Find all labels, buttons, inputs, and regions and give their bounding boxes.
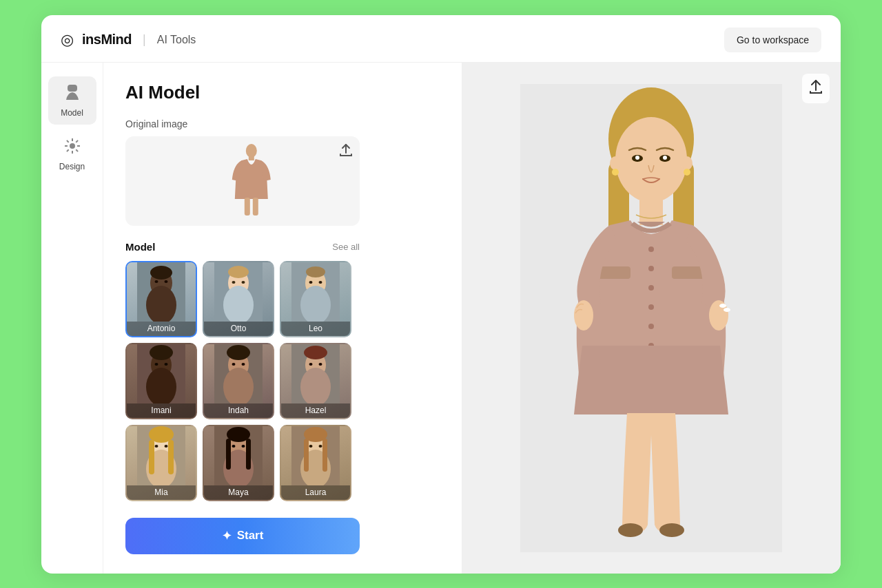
model-card-img-otto — [204, 262, 273, 322]
sidebar: Model Design — [41, 63, 103, 574]
model-card-laura[interactable]: Laura — [280, 425, 351, 501]
model-card-name-mia: Mia — [127, 485, 196, 500]
sidebar-item-model[interactable]: Model — [48, 76, 96, 125]
design-icon — [63, 137, 81, 159]
svg-point-104 — [659, 523, 684, 537]
model-card-name-antonio: Antonio — [127, 322, 196, 336]
start-label: Start — [237, 529, 264, 543]
svg-point-17 — [150, 266, 172, 280]
start-button[interactable]: ✦ Start — [125, 518, 360, 554]
model-card-antonio[interactable]: Antonio — [125, 261, 197, 337]
go-workspace-button[interactable]: Go to workspace — [724, 28, 821, 52]
svg-rect-54 — [149, 440, 154, 474]
model-icon — [63, 83, 81, 105]
svg-point-30 — [309, 281, 313, 284]
svg-point-81 — [681, 156, 693, 170]
sidebar-item-design[interactable]: Design — [48, 130, 96, 178]
svg-line-6 — [66, 140, 68, 142]
model-card-img-leo — [281, 262, 350, 322]
svg-point-18 — [155, 280, 158, 283]
svg-point-65 — [242, 445, 245, 448]
model-grid: Antonio Otto — [125, 261, 360, 501]
app-container: ◎ insMind | AI Tools Go to workspace Mod… — [41, 15, 841, 574]
sidebar-model-label: Model — [61, 108, 83, 118]
model-preview-svg — [520, 84, 782, 552]
see-all-button[interactable]: See all — [332, 242, 360, 252]
model-section-header: Model See all — [125, 241, 360, 253]
model-card-mia[interactable]: Mia — [125, 425, 197, 501]
svg-point-23 — [228, 266, 249, 278]
model-card-maya[interactable]: Maya — [203, 425, 274, 501]
svg-point-73 — [319, 445, 322, 448]
svg-point-57 — [165, 445, 168, 448]
svg-point-47 — [304, 346, 327, 359]
svg-point-35 — [150, 345, 173, 360]
model-card-img-imani — [127, 344, 196, 403]
logo-icon: ◎ — [61, 31, 74, 49]
svg-line-9 — [66, 149, 68, 151]
svg-point-64 — [232, 445, 236, 448]
svg-line-8 — [76, 140, 78, 142]
svg-point-99 — [574, 300, 593, 330]
svg-rect-71 — [322, 439, 327, 472]
svg-point-83 — [684, 169, 690, 176]
model-card-otto[interactable]: Otto — [203, 261, 274, 337]
svg-point-72 — [309, 445, 313, 448]
svg-point-92 — [648, 246, 654, 252]
svg-point-96 — [648, 324, 654, 329]
svg-rect-79 — [639, 198, 663, 225]
svg-rect-55 — [168, 440, 174, 474]
model-card-leo[interactable]: Leo — [280, 261, 351, 337]
svg-point-43 — [242, 363, 245, 366]
original-image-box — [125, 136, 360, 226]
svg-point-95 — [648, 304, 654, 310]
svg-point-80 — [610, 156, 621, 170]
svg-rect-11 — [249, 156, 254, 160]
dress-figure-svg — [229, 144, 274, 218]
svg-point-36 — [155, 363, 158, 366]
header-subtitle: AI Tools — [157, 34, 196, 46]
svg-point-56 — [155, 445, 158, 448]
model-card-name-laura: Laura — [281, 485, 350, 500]
model-card-indah[interactable]: Indah — [203, 343, 274, 419]
preview-upload-button[interactable] — [802, 74, 830, 103]
svg-point-49 — [319, 363, 322, 366]
content-area: AI Model Original image — [103, 63, 462, 574]
svg-point-78 — [615, 117, 687, 202]
svg-point-31 — [319, 281, 322, 284]
svg-point-10 — [246, 144, 257, 158]
model-card-name-hazel: Hazel — [281, 403, 350, 418]
preview-upload-icon — [809, 79, 823, 94]
model-card-name-otto: Otto — [204, 322, 273, 336]
model-card-hazel[interactable]: Hazel — [280, 343, 351, 419]
model-card-imani[interactable]: Imani — [125, 343, 197, 419]
model-card-img-laura — [281, 426, 350, 485]
model-card-img-antonio — [127, 262, 196, 322]
model-card-name-indah: Indah — [204, 403, 273, 418]
sidebar-design-label: Design — [59, 162, 85, 171]
svg-point-29 — [306, 266, 325, 277]
svg-rect-12 — [245, 198, 250, 216]
model-card-img-mia — [127, 426, 196, 485]
svg-point-42 — [232, 363, 236, 366]
svg-point-48 — [309, 363, 313, 366]
header: ◎ insMind | AI Tools Go to workspace — [41, 15, 841, 63]
header-divider: | — [143, 32, 146, 47]
svg-point-86 — [635, 156, 639, 160]
svg-point-93 — [648, 266, 654, 271]
svg-rect-70 — [304, 439, 309, 472]
logo-text: insMind — [82, 32, 132, 48]
page-title: AI Model — [125, 82, 440, 103]
svg-point-24 — [232, 281, 236, 284]
svg-point-102 — [724, 308, 730, 312]
upload-button[interactable] — [339, 143, 353, 160]
svg-point-87 — [663, 156, 667, 160]
svg-point-101 — [719, 304, 726, 308]
model-card-name-maya: Maya — [204, 485, 273, 500]
svg-rect-63 — [246, 439, 251, 470]
svg-rect-62 — [226, 439, 231, 470]
svg-point-1 — [70, 143, 75, 149]
model-card-img-hazel — [281, 344, 350, 403]
svg-point-41 — [227, 345, 250, 360]
svg-point-25 — [242, 281, 245, 284]
